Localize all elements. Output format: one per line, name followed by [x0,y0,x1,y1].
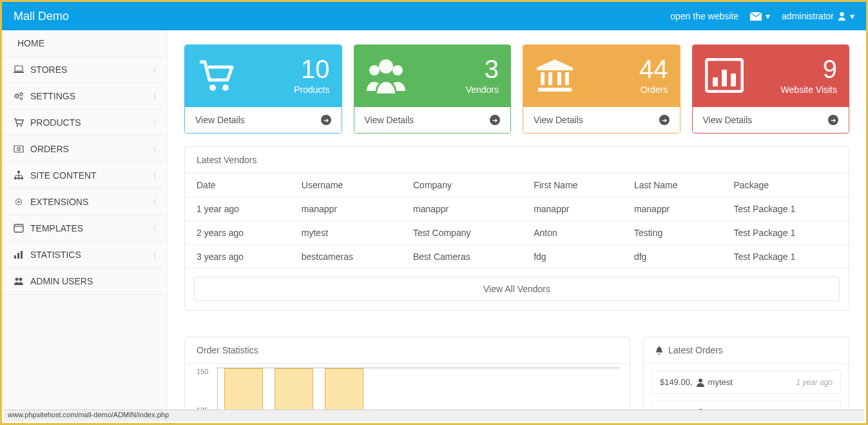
sidebar-item-orders[interactable]: ORDERS〈 [2,136,167,163]
view-details-link[interactable]: View Details➜ [523,107,680,133]
gear-icon [12,197,25,206]
panel-title: Latest Vendors [185,147,849,173]
svg-rect-33 [565,72,569,85]
column-header: Username [290,173,401,197]
table-cell: manappr [290,197,401,221]
svg-rect-12 [14,177,17,179]
view-details-link[interactable]: View Details➜ [185,107,342,133]
svg-rect-14 [21,177,23,179]
sidebar-item-stores[interactable]: STORES〈 [2,57,167,83]
view-all-vendors-button[interactable]: View All Vendors [194,277,840,301]
chevron-left-icon: 〈 [149,250,157,260]
content-area: 10ProductsView Details➜3VendorsView Deta… [168,30,866,411]
latest-vendors-panel: Latest Vendors DateUsernameCompanyFirst … [184,146,849,311]
sidebar-item-home[interactable]: HOME [2,30,167,57]
table-cell: Testing [622,221,722,245]
browser-status-bar: www.phpsitehost.com/mall-demo/ADMIN/inde… [4,410,864,421]
table-row[interactable]: 1 year agomanapprmanapprmanapprmanapprTe… [185,197,849,221]
stat-label: Products [294,84,329,95]
svg-point-7 [17,125,19,127]
sidebar-item-statistics[interactable]: STATISTICS〈 [2,242,167,268]
svg-rect-20 [17,253,19,259]
svg-point-28 [392,65,403,75]
users-icon [12,277,25,286]
table-cell: Test Package 1 [722,197,849,221]
chart-bar [325,368,363,411]
stat-label: Orders [639,84,668,95]
sidebar-item-label: PRODUCTS [30,117,81,128]
table-cell: bestcameras [290,245,401,269]
cart-icon [194,58,239,93]
svg-point-23 [19,278,23,281]
sidebar-item-site-content[interactable]: SITE CONTENT〈 [2,163,167,189]
cogs-icon [12,92,25,101]
chevron-left-icon: 〈 [149,197,157,207]
table-cell: 3 years ago [185,245,290,269]
view-details-label: View Details [365,115,414,125]
svg-rect-1 [15,66,23,71]
stat-cards-row: 10ProductsView Details➜3VendorsView Deta… [184,44,849,133]
caret-down-icon: ▾ [850,11,854,21]
latest-orders-title: Latest Orders [668,345,723,355]
stat-value: 10 [294,56,329,82]
stat-card-vendors: 3VendorsView Details➜ [354,44,512,133]
table-cell: dfg [622,245,722,269]
arrow-right-icon: ➜ [321,115,331,125]
arrow-right-icon: ➜ [828,115,838,125]
table-cell: manappr [522,197,622,221]
sidebar-item-label: HOME [17,38,44,48]
chevron-left-icon: 〈 [149,224,157,233]
svg-point-24 [209,84,216,91]
order-amount: $149.00, [660,377,693,387]
svg-rect-17 [14,224,23,232]
user-label: administrator [782,11,834,21]
svg-point-4 [16,95,17,97]
panel-title: Order Statistics [185,337,630,364]
order-user: mytest [708,377,733,387]
view-details-link[interactable]: View Details➜ [693,107,849,133]
arrow-right-icon: ➜ [490,115,500,125]
svg-point-25 [222,84,229,91]
svg-point-10 [17,148,21,151]
y-tick: 150 [197,368,208,375]
stat-label: Vendors [466,84,499,95]
messages-menu[interactable]: ▾ [750,11,770,21]
sidebar-item-label: ORDERS [30,144,69,154]
sidebar-item-label: TEMPLATES [30,223,83,233]
sidebar-item-extensions[interactable]: EXTENSIONS〈 [2,189,167,215]
svg-point-0 [840,12,844,16]
user-icon [838,12,846,21]
svg-point-8 [21,125,23,127]
sidebar-item-label: SITE CONTENT [30,170,97,181]
laptop-icon [12,65,25,74]
table-row[interactable]: 3 years agobestcamerasBest Camerasfdgdfg… [185,245,849,269]
open-website-link[interactable]: open the website [670,11,738,21]
svg-rect-31 [548,72,552,85]
view-details-label: View Details [534,115,583,125]
svg-point-6 [20,97,23,100]
order-item[interactable]: $149.00, mytest1 year ago [651,370,841,394]
table-cell: manappr [401,197,522,221]
user-menu[interactable]: administrator ▾ [782,11,854,21]
bell-icon [655,346,663,355]
view-details-label: View Details [703,115,753,125]
sidebar-item-admin-users[interactable]: ADMIN USERS [2,268,167,295]
svg-point-26 [379,59,393,74]
chevron-left-icon: 〈 [149,65,157,75]
sidebar-item-settings[interactable]: SETTINGS〈 [2,83,167,110]
sidebar-item-products[interactable]: PRODUCTS〈 [2,110,167,136]
chevron-left-icon: 〈 [149,92,157,101]
chevron-left-icon: 〈 [149,144,157,154]
table-row[interactable]: 2 years agomytestTest CompanyAntonTestin… [185,221,849,245]
view-details-link[interactable]: View Details➜ [354,107,511,133]
chevron-left-icon: 〈 [149,118,157,128]
arrow-right-icon: ➜ [659,115,670,125]
sidebar-item-templates[interactable]: TEMPLATES〈 [2,215,167,242]
vendors-header-row: DateUsernameCompanyFirst NameLast NamePa… [185,173,849,197]
cart-icon [12,118,25,127]
svg-rect-13 [17,177,20,179]
svg-point-5 [20,93,23,95]
column-header: Company [401,173,522,197]
table-cell: 2 years ago [185,221,290,245]
stat-card-products: 10ProductsView Details➜ [184,44,342,133]
